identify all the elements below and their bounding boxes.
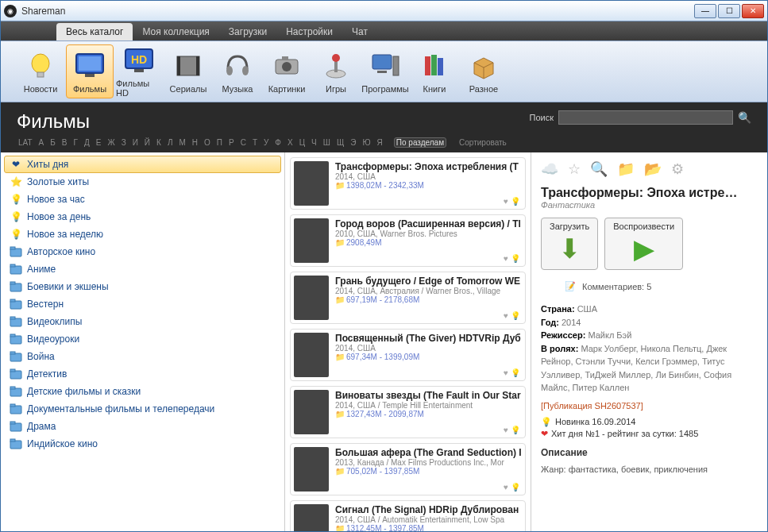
sidebar-item-3[interactable]: 💡Новое за день (4, 208, 281, 226)
movie-row-1[interactable]: Город воров (Расширенная версия) / Tl201… (290, 214, 526, 267)
toolbar-hd[interactable]: HDФильмы HD (115, 44, 163, 98)
alpha-Н[interactable]: Н (191, 138, 199, 147)
movie-row-5[interactable]: Большая афера (The Grand Seduction) I201… (290, 443, 526, 495)
upload-icon[interactable]: ☁️ (541, 160, 558, 178)
menu-item-2[interactable]: Загрузки (219, 23, 276, 40)
alpha-З[interactable]: З (120, 138, 128, 147)
alpha-Б[interactable]: Б (48, 138, 57, 147)
menu-item-0[interactable]: Весь каталог (56, 23, 133, 40)
movie-size: 📁1312,45M - 1397,85M (335, 524, 522, 532)
menu-item-1[interactable]: Моя коллекция (133, 23, 218, 40)
sidebar-item-6[interactable]: Аниме (4, 260, 281, 278)
movie-row-0[interactable]: Трансформеры: Эпоха истребления (T2014, … (290, 157, 526, 210)
heart-icon[interactable]: ♥ (504, 426, 508, 434)
star-icon[interactable]: ☆ (568, 160, 581, 178)
alpha-Щ[interactable]: Щ (335, 138, 345, 147)
alpha-Ч[interactable]: Ч (310, 138, 318, 147)
alpha-Ц[interactable]: Ц (298, 138, 307, 147)
folder-icon[interactable]: 📁 (617, 160, 635, 178)
alpha-Й[interactable]: Й (143, 138, 152, 147)
alpha-Т[interactable]: Т (251, 138, 259, 147)
alpha-Х[interactable]: Х (286, 138, 295, 147)
comments-row[interactable]: 📝 Комментариев: 5 (565, 281, 758, 291)
sidebar-item-11[interactable]: Война (4, 348, 281, 365)
toolbar-camera[interactable]: Картинки (263, 44, 311, 98)
alpha-О[interactable]: О (203, 138, 212, 147)
heart-icon[interactable]: ♥ (504, 254, 508, 263)
download-button[interactable]: Загрузить ⬇ (541, 218, 598, 270)
folder-icon (10, 333, 22, 345)
sidebar-item-9[interactable]: Видеоклипы (4, 313, 281, 330)
folder-icon (10, 263, 22, 276)
movie-sub: 2014, США (335, 172, 522, 181)
toolbar-film[interactable]: Сериалы (164, 44, 212, 98)
publication-link[interactable]: [Публикация SH2607537] (541, 401, 758, 411)
sidebar-item-15[interactable]: Драма (4, 418, 281, 435)
alpha-Д[interactable]: Д (83, 138, 91, 147)
sidebar-item-10[interactable]: Видеоуроки (4, 330, 281, 348)
movie-row-6[interactable]: Сигнал (The Signal) HDRip Дублирован2014… (290, 500, 526, 532)
alpha-А[interactable]: А (37, 138, 46, 147)
sections-button[interactable]: По разделам (394, 137, 446, 148)
search-icon[interactable]: 🔍 (738, 111, 751, 124)
note-icon: 📝 (565, 281, 576, 291)
toolbar-books[interactable]: Книги (411, 44, 458, 98)
maximize-button[interactable]: ☐ (718, 4, 740, 18)
movie-title: Трансформеры: Эпоха истребления (T (335, 161, 522, 172)
alpha-Э[interactable]: Э (349, 138, 357, 147)
minimize-button[interactable]: — (694, 4, 716, 18)
heart-icon[interactable]: ♥ (504, 311, 508, 320)
alpha-Ф[interactable]: Ф (273, 138, 283, 147)
alpha-LAT[interactable]: LAT (17, 138, 34, 147)
alpha-Ж[interactable]: Ж (106, 138, 116, 147)
alpha-Ю[interactable]: Ю (361, 138, 372, 147)
movie-row-2[interactable]: Грань будущего / Edge of Tomorrow WE2014… (290, 272, 526, 324)
sidebar-item-1[interactable]: ⭐Золотые хиты (4, 173, 281, 191)
alpha-П[interactable]: П (215, 138, 224, 147)
sidebar-item-13[interactable]: Детские фильмы и сказки (4, 383, 281, 400)
play-button[interactable]: Воспроизвести ▶ (604, 218, 683, 270)
alpha-Е[interactable]: Е (95, 138, 103, 147)
toolbar-headphones[interactable]: Музыка (214, 44, 261, 98)
heart-icon[interactable]: ♥ (504, 197, 508, 206)
sidebar-item-2[interactable]: 💡Новое за час (4, 191, 281, 208)
alpha-Г[interactable]: Г (72, 138, 79, 147)
sidebar-item-16[interactable]: Индийское кино (4, 435, 281, 453)
alpha-С[interactable]: С (239, 138, 248, 147)
close-button[interactable]: ✕ (742, 4, 764, 18)
heart-icon[interactable]: ♥ (504, 368, 508, 377)
toolbar-tv[interactable]: Фильмы (66, 44, 114, 98)
movie-row-3[interactable]: Посвященный (The Giver) HDTVRip Дуб2014,… (290, 329, 526, 381)
open-folder-icon[interactable]: 📂 (644, 160, 662, 178)
toolbar-joystick[interactable]: Игры (312, 44, 360, 98)
sidebar-item-4[interactable]: 💡Новое за неделю (4, 226, 281, 243)
alpha-В[interactable]: В (60, 138, 69, 147)
sidebar-item-5[interactable]: Авторское кино (4, 243, 281, 260)
alpha-М[interactable]: М (177, 138, 187, 147)
alpha-К[interactable]: К (155, 138, 163, 147)
alpha-Я[interactable]: Я (376, 138, 384, 147)
menu-item-3[interactable]: Настройки (276, 23, 342, 40)
sidebar-item-7[interactable]: Боевики и экшены (4, 278, 281, 295)
sidebar-item-12[interactable]: Детектив (4, 365, 281, 383)
sort-label[interactable]: Сортировать (457, 138, 508, 147)
alpha-Ш[interactable]: Ш (322, 138, 332, 147)
sidebar-item-8[interactable]: Вестерн (4, 295, 281, 313)
alpha-Р[interactable]: Р (227, 138, 236, 147)
svg-rect-40 (10, 369, 15, 372)
toolbar-box[interactable]: Разное (460, 44, 507, 98)
alpha-И[interactable]: И (131, 138, 140, 147)
search-input[interactable] (558, 110, 733, 125)
alpha-У[interactable]: У (262, 138, 270, 147)
settings-icon[interactable]: ⚙ (671, 160, 684, 178)
sidebar-item-0[interactable]: ❤Хиты дня (4, 156, 281, 173)
menu-item-4[interactable]: Чат (342, 23, 377, 40)
alpha-Л[interactable]: Л (166, 138, 175, 147)
toolbar-bulb[interactable]: Новости (17, 44, 64, 98)
toolbar-pc[interactable]: Программы (361, 44, 409, 98)
sidebar-item-14[interactable]: Документальные фильмы и телепередачи (4, 400, 281, 418)
heart-icon[interactable]: ♥ (504, 483, 508, 492)
svg-rect-46 (10, 422, 15, 424)
movie-row-4[interactable]: Виноваты звезды (The Fault in Our Star20… (290, 386, 526, 438)
zoom-icon[interactable]: 🔍 (590, 160, 608, 178)
